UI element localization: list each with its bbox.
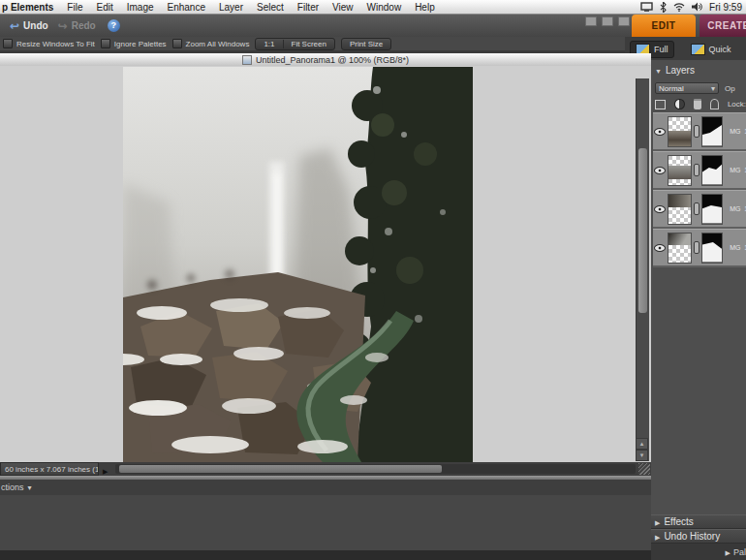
eye-icon (654, 128, 666, 136)
undo-history-panel-title: Undo History (664, 531, 720, 542)
resize-windows-option[interactable]: Resize Windows To Fit (3, 39, 95, 48)
blend-mode-value: Normal (659, 84, 684, 93)
document-title: Untitled_Panorama1 @ 100% (RGB/8*) (256, 55, 409, 65)
menu-filter[interactable]: Filter (291, 2, 326, 13)
tab-edit[interactable]: EDIT (632, 15, 696, 37)
layer-mask-thumbnail[interactable] (701, 116, 724, 147)
collapse-triangle-icon[interactable] (655, 65, 662, 76)
effects-panel-header[interactable]: Effects (651, 514, 746, 529)
redo-button[interactable]: Redo (58, 19, 96, 33)
link-icon (694, 241, 699, 254)
display-icon[interactable] (640, 2, 653, 12)
menu-help[interactable]: Help (408, 2, 442, 13)
layer-visibility-toggle[interactable] (653, 128, 666, 136)
link-layers-icon[interactable] (710, 99, 719, 109)
undo-button[interactable]: Undo (10, 19, 48, 33)
photo-bin-header-label[interactable]: ctions (1, 482, 24, 492)
horizontal-scrollbar-thumb[interactable] (119, 465, 442, 473)
adjustment-layer-icon[interactable] (674, 99, 684, 109)
cascade-icon[interactable] (602, 16, 613, 26)
actual-pixels-button[interactable]: 1:1 (256, 40, 282, 48)
layer-row[interactable]: _MG_124 (653, 151, 746, 190)
layer-thumbnail[interactable] (668, 116, 692, 147)
resize-windows-label: Resize Windows To Fit (16, 40, 95, 48)
blend-mode-row: Normal Op (655, 81, 746, 95)
layer-name[interactable]: _MG_124 (726, 167, 746, 173)
layer-thumbnail[interactable] (668, 194, 692, 225)
document-canvas[interactable] (0, 66, 651, 462)
chevron-down-icon[interactable] (28, 482, 32, 492)
vertical-scrollbar-thumb[interactable] (638, 148, 647, 313)
menu-layer[interactable]: Layer (212, 2, 250, 13)
document-title-bar[interactable]: Untitled_Panorama1 @ 100% (RGB/8*) (0, 53, 651, 67)
layer-mask-thumbnail[interactable] (701, 155, 724, 186)
ignore-palettes-option[interactable]: Ignore Palettes (101, 39, 167, 48)
layer-visibility-toggle[interactable] (653, 205, 666, 213)
help-button[interactable]: ? (108, 19, 120, 32)
menu-file[interactable]: File (60, 2, 89, 13)
document-status-bar: 60 inches x 7.067 inches (150 ppi) (0, 462, 651, 476)
photo-bin (0, 495, 651, 550)
layer-name[interactable]: _MG_122 (726, 128, 746, 135)
palette-bin-toggle[interactable]: Pal (651, 544, 746, 560)
expand-triangle-icon (726, 547, 730, 557)
menu-edit[interactable]: Edit (89, 2, 119, 13)
fit-screen-button[interactable]: Fit Screen (283, 40, 334, 48)
full-edit-label: Full (654, 45, 668, 54)
scroll-up-arrow[interactable] (636, 438, 648, 450)
effects-panel-title: Effects (664, 516, 693, 527)
layer-mask-thumbnail[interactable] (701, 233, 724, 264)
zoom-all-windows-checkbox[interactable] (172, 39, 182, 48)
layer-visibility-toggle[interactable] (653, 167, 666, 174)
layer-name[interactable]: _MG_123 (726, 244, 746, 251)
window-resize-grip[interactable] (638, 463, 650, 475)
app-menu[interactable]: p Elements (0, 2, 60, 13)
eye-icon (654, 244, 666, 252)
print-size-button[interactable]: Print Size (342, 40, 390, 48)
layer-thumbnail-image (668, 131, 691, 146)
menu-clock[interactable]: Fri 9:59 (709, 2, 742, 13)
layer-thumbnail-image (668, 166, 691, 179)
quick-fix-button[interactable]: Quick (686, 42, 736, 57)
resize-windows-checkbox[interactable] (3, 39, 13, 48)
menu-image[interactable]: Image (120, 2, 161, 13)
layers-panel-header[interactable]: Layers (655, 64, 746, 77)
opacity-label: Op (725, 84, 735, 93)
menu-select[interactable]: Select (250, 2, 291, 13)
zoom-all-windows-option[interactable]: Zoom All Windows (172, 39, 250, 48)
link-icon (694, 164, 699, 176)
arrange-icon[interactable] (585, 16, 597, 26)
layer-thumbnail[interactable] (668, 233, 692, 264)
layer-thumbnail-image (668, 195, 691, 207)
ignore-palettes-checkbox[interactable] (101, 39, 110, 48)
options-bar: Resize Windows To Fit Ignore Palettes Zo… (0, 37, 625, 50)
blend-mode-select[interactable]: Normal (655, 82, 719, 94)
expand-triangle-icon[interactable] (655, 516, 660, 527)
eye-icon (654, 205, 666, 213)
vertical-scrollbar[interactable] (636, 78, 649, 461)
delete-layer-icon[interactable] (694, 99, 701, 109)
tab-create[interactable]: CREATE (699, 15, 746, 37)
photo-untitled-panorama[interactable] (123, 67, 473, 462)
expand-triangle-icon[interactable] (655, 531, 660, 542)
layer-row[interactable]: _MG_122 (653, 112, 746, 151)
new-layer-icon[interactable] (655, 100, 666, 109)
volume-icon[interactable] (692, 2, 702, 12)
wifi-icon[interactable] (673, 3, 685, 12)
menu-view[interactable]: View (326, 2, 360, 13)
menu-bar-status-area: Fri 9:59 (640, 0, 742, 14)
layer-row[interactable]: _MG_121 (653, 190, 746, 229)
photo-bin-header: ctions (0, 480, 651, 495)
tile-icon[interactable] (618, 16, 630, 26)
bluetooth-icon[interactable] (660, 2, 667, 13)
layer-row[interactable]: _MG_123 (653, 229, 746, 267)
menu-window[interactable]: Window (360, 2, 409, 13)
layer-visibility-toggle[interactable] (653, 244, 666, 252)
menu-enhance[interactable]: Enhance (161, 2, 212, 13)
scroll-down-arrow[interactable] (636, 450, 648, 461)
undo-history-panel-header[interactable]: Undo History (651, 529, 746, 544)
layer-name[interactable]: _MG_121 (726, 205, 746, 212)
layer-thumbnail[interactable] (668, 155, 692, 186)
horizontal-scrollbar[interactable] (115, 464, 636, 474)
layer-mask-thumbnail[interactable] (701, 194, 724, 225)
